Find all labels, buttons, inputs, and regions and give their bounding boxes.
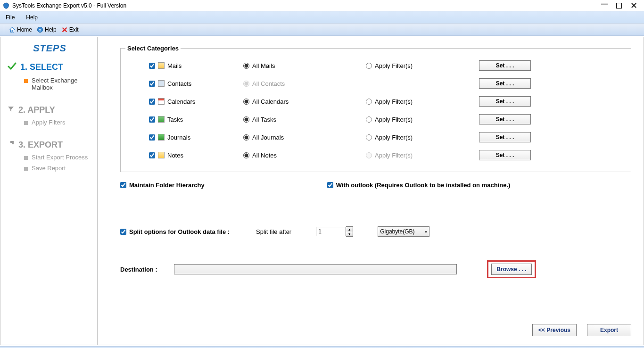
mails-checkbox[interactable]: [149, 63, 155, 69]
spinner-up-button[interactable]: ▲: [346, 227, 353, 232]
mails-label: Mails: [167, 62, 182, 69]
export-arrow-icon: [7, 140, 15, 150]
app-icon: [3, 2, 9, 9]
split-unit-combo[interactable]: Gigabyte(GB) ▾: [378, 226, 429, 237]
chevron-down-icon: ▾: [425, 229, 427, 234]
bullet-icon: [24, 79, 28, 83]
step-1-sub[interactable]: Select Exchange Mailbox: [24, 77, 92, 91]
mail-icon: [158, 62, 165, 69]
calendars-filter-radio[interactable]: [366, 99, 372, 105]
destination-label: Destination :: [120, 266, 163, 273]
bullet-icon: [24, 167, 28, 171]
toolbar-home-button[interactable]: Home: [9, 26, 32, 33]
contacts-checkbox[interactable]: [149, 81, 155, 87]
journals-all-radio[interactable]: [243, 134, 249, 141]
tasks-set-button[interactable]: Set . . .: [479, 114, 531, 124]
step-3-sub1: Start Export Process: [24, 154, 92, 161]
step-2-title: 2. APPLY: [18, 105, 55, 115]
status-bar: [0, 346, 644, 348]
notes-checkbox[interactable]: [149, 152, 155, 158]
calendars-label: Calendars: [167, 98, 195, 105]
step-1: 1. SELECT Select Exchange Mailbox: [7, 61, 92, 91]
steps-heading: STEPS: [7, 43, 92, 54]
calendar-icon: [158, 98, 165, 105]
category-row-contacts: Contacts All Contacts Set . . .: [149, 75, 621, 92]
toolbar-exit-button[interactable]: Exit: [61, 26, 79, 33]
contacts-icon: [158, 80, 165, 87]
calendars-all-radio[interactable]: [243, 99, 249, 105]
browse-highlight: Browse . . .: [487, 260, 536, 278]
journals-set-button[interactable]: Set . . .: [479, 132, 531, 142]
step-3-sub2: Save Report: [24, 165, 92, 172]
mails-filter-radio[interactable]: [366, 63, 372, 69]
menu-file[interactable]: File: [6, 14, 15, 21]
mails-all-radio[interactable]: [243, 63, 249, 69]
split-value-input[interactable]: [316, 227, 346, 236]
window-title: SysTools Exchange Export v5.0 - Full Ver…: [12, 2, 126, 9]
notes-label: Notes: [167, 152, 183, 159]
bullet-icon: [24, 121, 28, 125]
journals-checkbox[interactable]: [149, 134, 155, 141]
step-3-title: 3. EXPORT: [18, 140, 63, 150]
step-2: 2. APPLY Apply Filters: [7, 105, 92, 126]
with-outlook-checkbox[interactable]: With outlook (Requires Outlook to be ins…: [327, 182, 511, 189]
wizard-nav-buttons: << Previous Export: [532, 324, 631, 336]
split-unit-value: Gigabyte(GB): [380, 228, 414, 235]
window-minimize-button[interactable]: —: [601, 0, 608, 8]
step-1-title: 1. SELECT: [20, 62, 63, 72]
previous-button[interactable]: << Previous: [532, 324, 577, 336]
category-row-tasks: Tasks All Tasks Apply Filter(s) Set . . …: [149, 110, 621, 128]
window-maximize-button[interactable]: [616, 3, 622, 8]
journal-icon: [158, 134, 165, 141]
split-options-checkbox[interactable]: Split options for Outlook data file :: [120, 228, 230, 235]
help-icon: ?: [37, 26, 43, 33]
categories-group: Select Categories Mails All Mails Apply …: [120, 45, 631, 172]
options-row: Maintain Folder Hierarchy With outlook (…: [120, 182, 631, 189]
split-row: Split options for Outlook data file : Sp…: [120, 226, 631, 237]
window-titlebar: SysTools Exchange Export v5.0 - Full Ver…: [0, 0, 644, 11]
destination-row: Destination : Browse . . .: [120, 260, 631, 278]
maintain-hierarchy-checkbox[interactable]: Maintain Folder Hierarchy: [120, 182, 205, 189]
split-value-spinner[interactable]: ▲▼: [316, 226, 353, 237]
toolbar-help-button[interactable]: ? Help: [37, 26, 57, 33]
contacts-label: Contacts: [167, 80, 191, 87]
bullet-icon: [24, 156, 28, 160]
export-button[interactable]: Export: [587, 324, 631, 336]
calendars-checkbox[interactable]: [149, 99, 155, 105]
tasks-checkbox[interactable]: [149, 116, 155, 123]
tasks-all-radio[interactable]: [243, 116, 249, 123]
destination-input[interactable]: [174, 264, 457, 274]
task-icon: [158, 116, 165, 123]
journals-label: Journals: [167, 134, 190, 141]
note-icon: [158, 152, 165, 158]
toolbar-separator: [4, 25, 4, 34]
menu-bar: File Help: [0, 11, 644, 24]
category-row-notes: Notes All Notes Apply Filter(s) Set . . …: [149, 146, 621, 164]
step-3: 3. EXPORT Start Export Process Save Repo…: [7, 140, 92, 172]
contacts-set-button[interactable]: Set . . .: [479, 78, 531, 89]
calendars-set-button[interactable]: Set . . .: [479, 96, 531, 107]
window-close-button[interactable]: ✕: [630, 0, 637, 11]
step-2-sub: Apply Filters: [24, 119, 92, 126]
tasks-filter-radio[interactable]: [366, 116, 372, 123]
main-container: STEPS 1. SELECT Select Exchange Mailbox …: [0, 37, 644, 345]
notes-all-radio[interactable]: [243, 152, 249, 158]
browse-button[interactable]: Browse . . .: [491, 264, 532, 275]
category-row-calendars: Calendars All Calendars Apply Filter(s) …: [149, 92, 621, 110]
exit-icon: [61, 26, 68, 33]
tasks-label: Tasks: [167, 116, 183, 123]
toolbar: Home ? Help Exit: [0, 24, 644, 36]
steps-sidebar: STEPS 1. SELECT Select Exchange Mailbox …: [0, 37, 98, 345]
content-panel: Select Categories Mails All Mails Apply …: [98, 37, 644, 345]
spinner-down-button[interactable]: ▼: [346, 232, 353, 236]
mails-set-button[interactable]: Set . . .: [479, 60, 531, 71]
category-row-mails: Mails All Mails Apply Filter(s) Set . . …: [149, 57, 621, 75]
home-icon: [9, 26, 16, 33]
contacts-all-radio: [243, 81, 249, 87]
filter-icon: [7, 105, 15, 115]
checkmark-icon: [7, 61, 17, 73]
categories-legend: Select Categories: [125, 45, 181, 52]
menu-help[interactable]: Help: [26, 14, 38, 21]
journals-filter-radio[interactable]: [366, 134, 372, 141]
notes-set-button[interactable]: Set . . .: [479, 150, 531, 160]
